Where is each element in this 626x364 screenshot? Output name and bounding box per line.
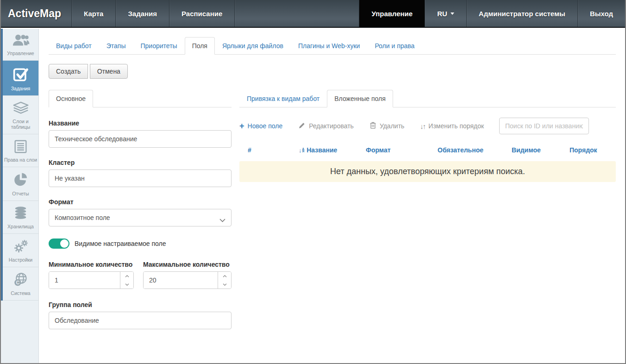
tab-roles-rights[interactable]: Роли и права [367,37,422,55]
min-count-label: Минимальное количество [49,261,134,268]
sidebar-item-label: Система [4,290,38,296]
nested-fields-panel: Привязка к видам работ Вложенные поля + … [239,90,616,182]
column-header-name[interactable]: ↓ АЯ Название [299,146,366,154]
min-count-input[interactable] [49,272,120,289]
sidebar-item-label: Задания [4,86,38,91]
topbar-spacer [234,0,359,27]
app-window: ActiveMap Карта Задания Расписание Управ… [0,0,626,364]
topnav-item-tasks[interactable]: Задания [115,0,169,27]
column-header-visible[interactable]: Видимое [512,146,570,154]
toggle-knob [60,239,69,248]
tab-stages[interactable]: Этапы [99,37,133,55]
min-count-stepper [120,272,133,289]
column-header-format[interactable]: Формат [366,146,438,154]
sidebar: Управление Задания [1,29,39,363]
sort-alpha-icon: ↓ АЯ [299,147,304,154]
layers-icon [4,101,38,115]
tab-nested-fields[interactable]: Вложенные поля [327,90,393,107]
create-button[interactable]: Создать [49,64,88,79]
topbar: ActiveMap Карта Задания Расписание Управ… [1,0,625,28]
main-content: Виды работ Этапы Приоритеты Поля Ярлыки … [39,29,625,363]
tab-general[interactable]: Основное [49,90,93,107]
logout-button[interactable]: Выход [577,0,625,27]
gears-icon [4,239,38,254]
topnav-item-schedule[interactable]: Расписание [169,0,234,27]
topnav-item-map[interactable]: Карта [71,0,115,27]
users-icon [4,34,38,47]
plus-icon: + [239,122,244,130]
delete-field-button[interactable]: Удалить [369,121,404,131]
pencil-icon [298,122,306,131]
tab-file-labels[interactable]: Ярлыки для файлов [215,37,291,55]
column-header-number[interactable]: # [248,146,299,154]
language-dropdown[interactable]: RU [425,0,466,27]
document-lines-icon [4,139,38,154]
tab-fields[interactable]: Поля [185,37,215,55]
primary-tabs: Виды работ Этапы Приоритеты Поля Ярлыки … [49,37,616,55]
tasks-checkbox-icon [4,66,38,82]
sidebar-item-reports[interactable]: Отчеты [3,167,38,201]
reorder-button[interactable]: ↓↑ Изменить порядок [420,122,484,130]
visible-field-toggle-label: Видимое настраиваемое поле [75,240,166,247]
app-logo: ActiveMap [1,0,71,27]
database-icon [4,206,38,220]
max-count-input[interactable] [144,272,218,289]
stepper-down-button[interactable] [218,280,231,289]
cluster-label: Кластер [49,159,232,166]
sidebar-item-settings[interactable]: Настройки [3,234,38,267]
sidebar-item-label: Хранилища [4,224,38,229]
tab-plugins-webhooks[interactable]: Плагины и Web-хуки [291,37,367,55]
cluster-input[interactable] [49,169,232,187]
new-field-button[interactable]: + Новое поле [239,122,282,130]
sidebar-item-tasks[interactable]: Задания [3,61,38,96]
stepper-up-button[interactable] [218,272,231,280]
panel-tabs: Привязка к видам работ Вложенные поля [239,90,616,107]
nested-fields-toolbar: + Новое поле Редактировать [239,118,616,134]
format-select[interactable]: Композитное поле [49,209,232,226]
chevron-down-icon [451,13,454,15]
format-label: Формат [49,198,232,206]
stepper-up-button[interactable] [120,272,133,280]
sidebar-item-label: Права на слои [4,157,38,163]
column-header-order[interactable]: Порядок [570,146,616,154]
sidebar-item-layers-tables[interactable]: Слои и таблицы [3,96,38,134]
column-header-required[interactable]: Обязательное [438,146,512,154]
search-input[interactable] [499,118,589,134]
sidebar-menu: Управление Задания [1,29,38,301]
sidebar-item-storages[interactable]: Хранилища [3,201,38,234]
field-group-input[interactable] [49,312,232,329]
pie-chart-icon [4,172,38,188]
topnav-item-management[interactable]: Управление [359,0,425,27]
edit-field-button[interactable]: Редактировать [298,122,354,131]
name-input[interactable] [49,130,232,148]
format-selected-value: Композитное поле [55,214,110,221]
cancel-button[interactable]: Отмена [90,64,128,79]
sidebar-item-system[interactable]: C Система [3,267,38,301]
svg-text:C: C [16,280,19,285]
name-label: Название [49,119,232,127]
trash-icon [369,121,376,131]
sidebar-item-management[interactable]: Управление [3,29,38,61]
language-label: RU [437,10,447,18]
sidebar-item-label: Слои и таблицы [4,119,38,130]
form-tabs: Основное [49,90,232,107]
sidebar-item-layer-rights[interactable]: Права на слои [3,134,38,167]
field-form-panel: Основное Название Кластер Формат Ко [49,90,232,340]
sidebar-item-label: Отчеты [4,191,38,196]
nested-fields-table-header: # ↓ АЯ Название Формат Обязательное Види… [239,146,616,160]
tab-work-types[interactable]: Виды работ [49,37,99,55]
sort-arrows-icon: ↓↑ [420,122,425,130]
tab-work-type-binding[interactable]: Привязка к видам работ [239,90,327,107]
sidebar-item-label: Настройки [4,257,38,263]
action-buttons: Создать Отмена [49,64,616,79]
max-count-label: Максимальное количество [143,261,232,268]
field-group-label: Группа полей [49,301,232,308]
globe-c-icon: C [4,272,38,287]
current-user-label[interactable]: Администратор системы [466,0,577,27]
chevron-down-icon [219,216,225,224]
empty-state-message: Нет данных, удовлетворяющих критериям по… [239,161,616,182]
max-count-stepper [218,272,231,289]
stepper-down-button[interactable] [120,280,133,289]
visible-field-toggle[interactable] [49,238,69,249]
tab-priorities[interactable]: Приоритеты [133,37,185,55]
